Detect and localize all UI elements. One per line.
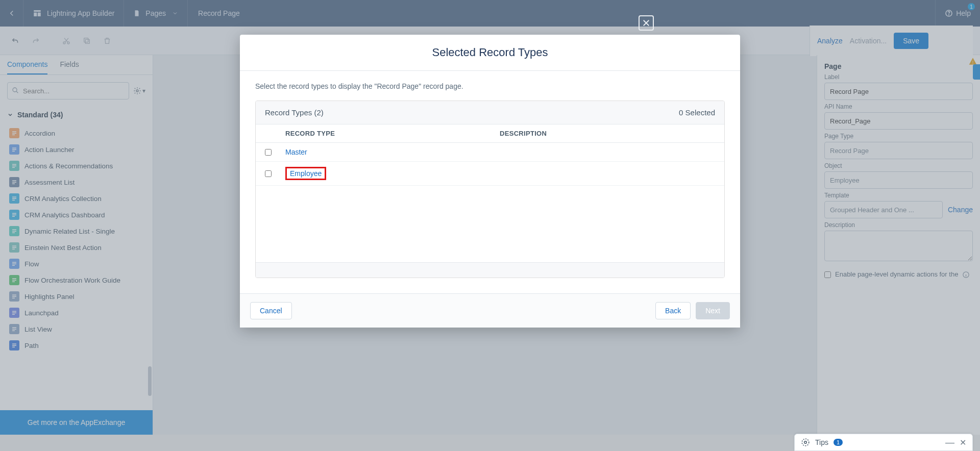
cancel-button[interactable]: Cancel (250, 302, 292, 319)
table-row: Master (256, 143, 724, 162)
selected-count: 0 Selected (679, 108, 715, 117)
modal-title: Selected Record Types (240, 35, 740, 71)
tips-panel[interactable]: Tips 1 — ✕ (794, 434, 973, 451)
minimize-icon[interactable]: — (945, 437, 954, 448)
row-checkbox-employee[interactable] (265, 170, 272, 177)
close-icon[interactable]: ✕ (960, 438, 966, 447)
tips-icon (801, 438, 810, 447)
svg-point-55 (804, 441, 807, 444)
tips-label: Tips (815, 438, 828, 446)
svg-point-54 (802, 439, 809, 446)
record-types-heading: Record Types (2) (265, 108, 324, 117)
close-modal-button[interactable] (639, 15, 654, 31)
close-icon (642, 18, 651, 28)
col-record-type: Record Type (285, 130, 500, 137)
next-button: Next (696, 302, 730, 319)
modal-subtitle: Select the record types to display the "… (255, 82, 725, 90)
modal-overlay: Selected Record Types Select the record … (0, 0, 980, 451)
tips-count: 1 (834, 439, 843, 446)
table-row: Employee (256, 162, 724, 186)
back-button[interactable]: Back (655, 302, 691, 319)
record-types-box: Record Types (2) 0 Selected Record Type … (255, 101, 725, 278)
record-types-modal: Selected Record Types Select the record … (240, 35, 740, 328)
record-type-link[interactable]: Master (285, 148, 307, 156)
col-description: Description (500, 130, 715, 137)
row-checkbox-master[interactable] (265, 149, 272, 156)
record-type-link[interactable]: Employee (285, 167, 326, 180)
